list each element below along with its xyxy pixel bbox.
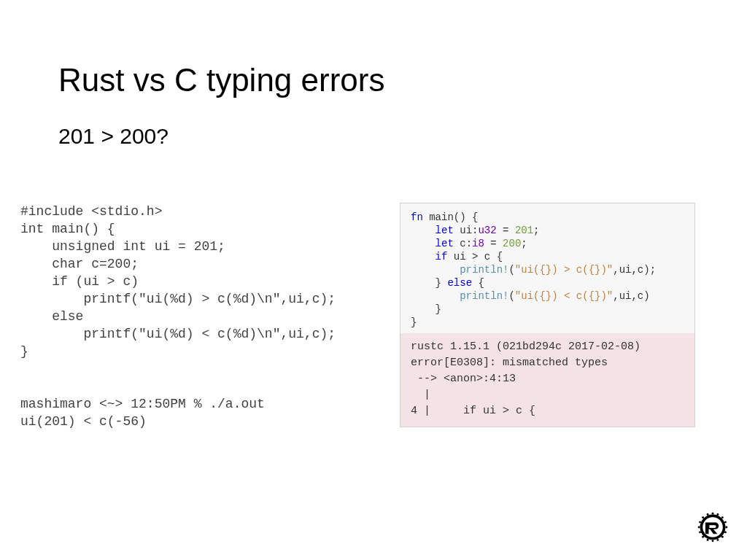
str2: "ui({}) < c({})" <box>515 290 613 302</box>
svg-point-0 <box>701 516 724 538</box>
rust-error-block: rustc 1.15.1 (021bd294c 2017-02-08) erro… <box>400 333 694 427</box>
tok-main: main() { <box>423 211 479 223</box>
kw-else: else <box>447 277 472 289</box>
svg-point-16 <box>724 531 727 533</box>
rust-logo-svg <box>696 510 729 544</box>
tok-args2: ,ui,c); <box>613 264 656 276</box>
svg-point-13 <box>699 521 701 524</box>
tok-semi2: ; <box>521 238 527 249</box>
svg-point-8 <box>721 536 724 538</box>
tok-eq1: = <box>497 225 515 236</box>
num-200: 200 <box>503 238 521 249</box>
svg-point-3 <box>698 526 700 529</box>
svg-point-12 <box>716 539 719 541</box>
tok-else-open: { <box>472 277 484 289</box>
tok-cond: ui > c { <box>447 251 503 262</box>
tok-else-close: } <box>436 277 448 289</box>
tok-close1: } <box>411 303 441 315</box>
kw-let: let <box>436 225 454 236</box>
tok-semi1: ; <box>533 225 539 236</box>
slide-title: Rust vs C typing errors <box>58 62 384 98</box>
ty-u32: u32 <box>478 225 496 236</box>
c-output-block: mashimaro <~> 12:50PM % ./a.out ui(201) … <box>20 395 265 430</box>
rust-logo-icon <box>696 510 729 544</box>
tok-args4: ,ui,c) <box>613 290 649 302</box>
svg-point-15 <box>724 521 727 524</box>
svg-point-11 <box>707 539 709 541</box>
c-code-block: #include <stdio.h> int main() { unsigned… <box>20 203 336 360</box>
kw-fn: fn <box>411 211 423 223</box>
ty-i8: i8 <box>472 238 484 249</box>
kw-let2: let <box>436 238 454 249</box>
tok-args3: ( <box>508 290 514 302</box>
slide-subtitle: 201 > 200? <box>58 124 169 149</box>
svg-point-10 <box>716 513 719 516</box>
mac-println1: println! <box>460 264 508 276</box>
kw-if: if <box>436 251 448 262</box>
slide: Rust vs C typing errors 201 > 200? #incl… <box>0 0 747 560</box>
mac-println2: println! <box>460 290 508 302</box>
tok-ui-decl: ui: <box>454 225 479 236</box>
svg-point-7 <box>702 536 704 538</box>
svg-point-9 <box>707 513 709 516</box>
rust-panel: fn main() { let ui:u32 = 201; let c:i8 =… <box>400 203 695 427</box>
svg-point-2 <box>712 540 714 542</box>
tok-args1: ( <box>508 264 514 276</box>
svg-point-1 <box>712 513 714 515</box>
tok-c-decl: c: <box>454 238 472 249</box>
svg-point-5 <box>702 516 704 518</box>
svg-point-4 <box>725 526 727 529</box>
rust-code-block: fn main() { let ui:u32 = 201; let c:i8 =… <box>400 203 694 333</box>
svg-point-6 <box>721 516 724 518</box>
str1: "ui({}) > c({})" <box>515 264 613 276</box>
svg-point-14 <box>699 531 701 533</box>
tok-eq2: = <box>484 238 503 249</box>
tok-close2: } <box>411 316 417 328</box>
num-201: 201 <box>515 225 533 236</box>
